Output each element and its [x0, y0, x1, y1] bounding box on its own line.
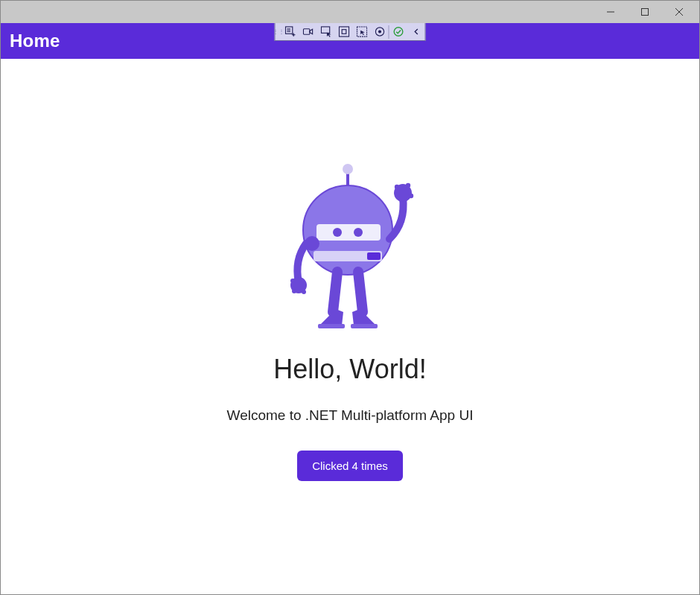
- track-focus-icon[interactable]: [353, 24, 371, 40]
- record-icon[interactable]: [299, 24, 317, 40]
- debug-toolbar[interactable]: ⋮⋮: [275, 23, 426, 41]
- svg-rect-11: [303, 29, 309, 35]
- headline-text: Hello, World!: [273, 354, 426, 385]
- counter-button[interactable]: Clicked 4 times: [297, 451, 403, 481]
- app-header: Home ⋮⋮: [1, 23, 699, 59]
- svg-rect-27: [367, 252, 381, 260]
- svg-point-30: [292, 289, 296, 293]
- collapse-toolbar-icon[interactable]: [407, 24, 425, 40]
- display-layout-adorner-icon[interactable]: [335, 24, 353, 40]
- toolbar-grip-icon[interactable]: ⋮⋮: [276, 23, 281, 40]
- svg-rect-23: [316, 224, 381, 241]
- svg-point-35: [409, 194, 413, 198]
- select-element-icon[interactable]: [317, 24, 335, 40]
- minimize-button[interactable]: [594, 1, 628, 23]
- svg-point-18: [394, 28, 403, 36]
- svg-point-17: [378, 30, 381, 33]
- main-content: Hello, World! Welcome to .NET Multi-plat…: [1, 59, 699, 594]
- svg-rect-14: [342, 30, 346, 34]
- close-button[interactable]: [662, 1, 696, 23]
- hot-reload-ok-icon[interactable]: [389, 24, 407, 40]
- svg-rect-12: [321, 27, 329, 33]
- svg-point-38: [305, 236, 319, 251]
- page-title: Home: [10, 31, 60, 51]
- svg-point-24: [333, 228, 342, 237]
- svg-point-29: [290, 279, 295, 283]
- svg-point-31: [302, 290, 306, 294]
- svg-point-33: [395, 185, 399, 189]
- svg-rect-37: [351, 324, 378, 328]
- subhead-text: Welcome to .NET Multi-platform App UI: [227, 407, 474, 424]
- svg-rect-36: [318, 324, 345, 328]
- window-titlebar: [1, 1, 699, 23]
- svg-point-25: [354, 228, 363, 237]
- svg-point-34: [406, 183, 410, 188]
- svg-rect-13: [339, 27, 349, 36]
- dotnet-bot-illustration: [279, 163, 421, 337]
- live-visual-tree-icon[interactable]: [281, 24, 299, 40]
- svg-point-20: [343, 164, 353, 174]
- hot-reload-settings-icon[interactable]: [371, 24, 389, 40]
- svg-rect-1: [642, 9, 649, 16]
- maximize-button[interactable]: [628, 1, 662, 23]
